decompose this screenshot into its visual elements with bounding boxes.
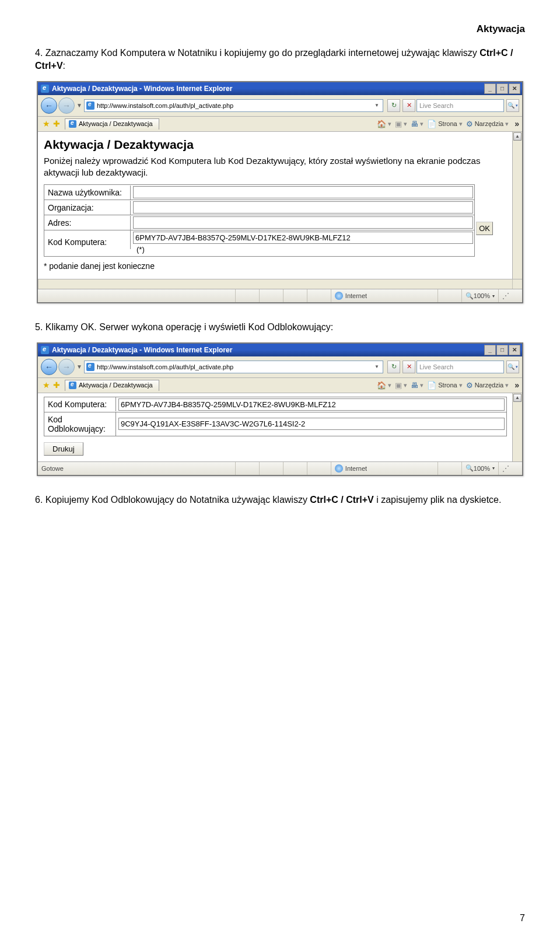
address-dropdown-icon[interactable]: ▼ bbox=[373, 364, 381, 369]
resize-grip[interactable]: ⋰ bbox=[498, 289, 522, 302]
step-4-a: Zaznaczamy Kod Komputera w Notatniku i k… bbox=[43, 48, 480, 58]
search-box[interactable]: Live Search bbox=[416, 99, 504, 112]
home-button[interactable]: 🏠▾ bbox=[377, 120, 391, 128]
browser-tab[interactable]: Aktywacja / Dezaktywacja bbox=[65, 118, 159, 130]
feeds-button[interactable]: ▣▾ bbox=[395, 120, 407, 128]
nav-dropdown-icon[interactable]: ▼ bbox=[76, 98, 83, 113]
search-go-button[interactable]: 🔍▾ bbox=[506, 361, 519, 373]
rss-icon: ▣ bbox=[395, 120, 402, 128]
stop-button[interactable]: ✕ bbox=[402, 99, 415, 112]
resize-grip[interactable]: ⋰ bbox=[498, 462, 522, 475]
step-6-b: i zapisujemy plik na dyskietce. bbox=[374, 495, 502, 505]
scroll-up-icon[interactable]: ▲ bbox=[513, 132, 522, 141]
input-username[interactable] bbox=[133, 186, 473, 198]
label-username: Nazwa użytkownika: bbox=[44, 186, 131, 200]
page-icon bbox=[86, 363, 94, 371]
home-icon: 🏠 bbox=[377, 381, 386, 390]
page-menu-button[interactable]: 📄Strona▾ bbox=[427, 381, 462, 390]
step-6-num: 6. bbox=[35, 495, 43, 505]
tab-label: Aktywacja / Dezaktywacja bbox=[79, 120, 153, 127]
value-unlock-code[interactable]: 9C9YJ4-Q191AX-E3S8FF-13AV3C-W2G7L6-114SI… bbox=[118, 418, 505, 430]
ie-icon bbox=[41, 85, 49, 93]
ie-icon bbox=[41, 346, 49, 354]
search-go-button[interactable]: 🔍▾ bbox=[506, 99, 519, 112]
favorites-icon[interactable]: ★ bbox=[43, 119, 50, 128]
zoom-value: 100% bbox=[474, 465, 490, 472]
refresh-button[interactable]: ↻ bbox=[387, 361, 400, 373]
step-4-b: : bbox=[63, 61, 65, 71]
more-icon[interactable]: » bbox=[514, 380, 519, 390]
tab-label: Aktywacja / Dezaktywacja bbox=[79, 382, 153, 389]
tab-page-icon bbox=[69, 120, 76, 128]
ok-button[interactable]: OK bbox=[476, 222, 493, 235]
forward-button[interactable]: → bbox=[58, 97, 75, 114]
add-favorite-icon[interactable]: ✚ bbox=[53, 119, 60, 128]
step-5-body: Klikamy OK. Serwer wykona operację i wyś… bbox=[43, 322, 333, 332]
page-number: 7 bbox=[520, 913, 525, 923]
minimize-button[interactable]: _ bbox=[484, 83, 496, 94]
tabbar: ★ ✚ Aktywacja / Dezaktywacja 🏠▾ ▣▾ 🖶▾ 📄S… bbox=[38, 117, 522, 132]
label-computer-code: Kod Komputera: bbox=[44, 230, 131, 249]
tab-page-icon bbox=[69, 382, 76, 389]
window-title: Aktywacja / Dezaktywacja - Windows Inter… bbox=[52, 346, 484, 354]
print-button[interactable]: Drukuj bbox=[44, 442, 83, 456]
label-unlock-code: Kod Odblokowujący: bbox=[44, 412, 116, 436]
home-button[interactable]: 🏠▾ bbox=[377, 381, 391, 390]
search-box[interactable]: Live Search bbox=[416, 361, 504, 373]
page-content: ▲ Kod Komputera: 6PMY7D-AV7JB4-B8357Q-25… bbox=[38, 393, 522, 461]
status-text: Gotowe bbox=[38, 465, 64, 472]
tools-menu-label: Narzędzia bbox=[475, 382, 504, 389]
zoom-control[interactable]: 🔍 100% ▾ bbox=[461, 462, 498, 475]
zoom-control[interactable]: 🔍 100% ▾ bbox=[461, 289, 498, 302]
browser-window-1: Aktywacja / Dezaktywacja - Windows Inter… bbox=[37, 81, 523, 304]
printer-icon: 🖶 bbox=[411, 381, 418, 390]
scroll-up-icon[interactable]: ▲ bbox=[513, 394, 522, 402]
horizontal-scrollbar[interactable] bbox=[38, 279, 522, 289]
print-menu-button[interactable]: 🖶▾ bbox=[411, 120, 424, 128]
back-button[interactable]: ← bbox=[41, 97, 57, 114]
stop-button[interactable]: ✕ bbox=[402, 361, 415, 373]
vertical-scrollbar[interactable]: ▲ bbox=[512, 132, 522, 279]
refresh-button[interactable]: ↻ bbox=[387, 99, 400, 112]
tools-icon: ⚙ bbox=[466, 381, 473, 390]
address-bar[interactable]: http://www.instalsoft.com.pl/auth/pl_act… bbox=[84, 99, 383, 112]
address-dropdown-icon[interactable]: ▼ bbox=[373, 103, 381, 108]
close-button[interactable]: ✕ bbox=[509, 345, 520, 355]
maximize-button[interactable]: □ bbox=[496, 83, 508, 94]
minimize-button[interactable]: _ bbox=[484, 345, 496, 355]
page-menu-label: Strona bbox=[438, 120, 457, 127]
close-button[interactable]: ✕ bbox=[509, 83, 520, 94]
tools-menu-button[interactable]: ⚙Narzędzia▾ bbox=[466, 381, 509, 390]
browser-tab[interactable]: Aktywacja / Dezaktywacja bbox=[65, 380, 159, 391]
forward-button[interactable]: → bbox=[58, 359, 75, 375]
step-4-num: 4. bbox=[35, 48, 43, 58]
feeds-button[interactable]: ▣▾ bbox=[395, 381, 407, 390]
browser-window-2: Aktywacja / Dezaktywacja - Windows Inter… bbox=[37, 342, 523, 476]
tools-menu-label: Narzędzia bbox=[475, 120, 504, 127]
input-organization[interactable] bbox=[133, 201, 473, 214]
input-computer-code[interactable] bbox=[133, 232, 473, 244]
vertical-scrollbar[interactable]: ▲ bbox=[512, 393, 522, 461]
maximize-button[interactable]: □ bbox=[496, 345, 508, 355]
label-address: Adres: bbox=[44, 216, 131, 230]
page-menu-button[interactable]: 📄Strona▾ bbox=[427, 120, 462, 128]
nav-dropdown-icon[interactable]: ▼ bbox=[76, 359, 83, 375]
navbar: ← → ▼ http://www.instalsoft.com.pl/auth/… bbox=[38, 356, 522, 378]
value-computer-code[interactable]: 6PMY7D-AV7JB4-B8357Q-259MLV-D17KE2-8WU9K… bbox=[118, 398, 505, 411]
address-bar[interactable]: http://www.instalsoft.com.pl/auth/pl_act… bbox=[84, 361, 383, 373]
label-computer-code: Kod Komputera: bbox=[44, 397, 116, 411]
add-favorite-icon[interactable]: ✚ bbox=[53, 380, 60, 390]
printer-icon: 🖶 bbox=[411, 120, 418, 128]
page-menu-icon: 📄 bbox=[427, 381, 436, 390]
more-icon[interactable]: » bbox=[514, 119, 519, 128]
step-4-text: 4. Zaznaczamy Kod Komputera w Notatniku … bbox=[35, 47, 525, 73]
url-text: http://www.instalsoft.com.pl/auth/pl_act… bbox=[97, 102, 373, 109]
page-icon bbox=[86, 102, 94, 110]
print-menu-button[interactable]: 🖶▾ bbox=[411, 381, 424, 390]
page-description: Poniżej należy wprowadzić Kod Komputera … bbox=[44, 155, 507, 179]
input-address[interactable] bbox=[133, 216, 473, 229]
favorites-icon[interactable]: ★ bbox=[43, 380, 50, 390]
tools-icon: ⚙ bbox=[466, 120, 473, 128]
back-button[interactable]: ← bbox=[41, 359, 57, 375]
tools-menu-button[interactable]: ⚙Narzędzia▾ bbox=[466, 120, 509, 128]
